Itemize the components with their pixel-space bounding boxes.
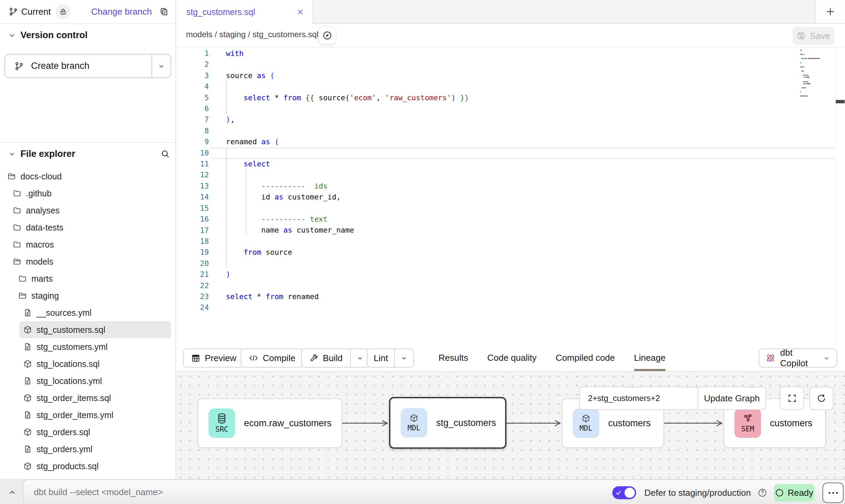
code-line-12[interactable] (226, 169, 801, 180)
code-line-3[interactable]: source as ( (226, 70, 801, 81)
code-line-10[interactable] (226, 148, 801, 159)
compile-button[interactable]: Compile (241, 349, 303, 368)
semantic-icon (743, 413, 753, 424)
line-number: 19 (176, 247, 209, 258)
tree-item-data-tests[interactable]: data-tests (9, 219, 171, 236)
tree-item-models[interactable]: models (9, 253, 171, 270)
file-explorer-header[interactable]: File explorer (8, 149, 170, 159)
version-control-header[interactable]: Version control (8, 30, 88, 41)
copilot-icon (765, 353, 776, 363)
code-line-4[interactable] (226, 81, 801, 92)
lineage-graph[interactable]: SRCecom.raw_customersMDLstg_customersMDL… (176, 372, 845, 479)
create-branch-button[interactable]: Create branch (4, 54, 171, 78)
tree-item-marts[interactable]: marts (14, 270, 171, 287)
pane-tab-code-quality[interactable]: Code quality (487, 344, 537, 371)
preview-button[interactable]: Preview (183, 349, 244, 368)
code-line-1[interactable]: with (226, 48, 801, 59)
code-line-21[interactable]: ) (226, 269, 801, 280)
code-line-17[interactable]: name as customer_name (226, 225, 801, 236)
dbt-copilot-button[interactable]: dbt Copilot (759, 349, 837, 368)
docs-explore-button[interactable] (318, 27, 336, 44)
lineage-selector-input[interactable]: 2+stg_customers+2 (580, 387, 698, 409)
build-dropdown[interactable] (351, 349, 369, 367)
file-tree: docs-cloud.githubanalysesdata-testsmacro… (0, 168, 175, 475)
lineage-node-stg-customers[interactable]: MDLstg_customers (389, 397, 506, 449)
tree-item-stg-customers-yml[interactable]: stg_customers.yml (19, 338, 171, 355)
lint-dropdown[interactable] (395, 349, 413, 367)
code-line-8[interactable] (226, 125, 801, 136)
lint-button[interactable]: Lint (367, 349, 414, 368)
code-line-20[interactable] (226, 258, 801, 269)
help-icon[interactable] (758, 488, 767, 498)
search-icon[interactable] (161, 149, 170, 159)
copy-icon[interactable] (159, 7, 169, 16)
pane-tab-results[interactable]: Results (439, 344, 468, 371)
ready-status-button[interactable]: Ready (774, 484, 814, 502)
line-number: 14 (176, 192, 209, 203)
tree-item--github[interactable]: .github (9, 185, 171, 202)
code-line-22[interactable] (226, 280, 801, 291)
tree-item--sources-yml[interactable]: __sources.yml (19, 304, 171, 321)
tree-item-label: data-tests (26, 223, 63, 233)
tree-item-docs-cloud[interactable]: docs-cloud (3, 168, 171, 185)
create-branch-dropdown[interactable] (152, 55, 171, 77)
fullscreen-button[interactable] (780, 387, 804, 410)
folder-open-icon (18, 291, 27, 300)
code-line-24[interactable] (226, 302, 801, 313)
expand-command-bar-button[interactable] (5, 486, 19, 499)
code-line-11[interactable]: select (226, 159, 801, 169)
code-line-2[interactable] (226, 59, 801, 70)
tree-item-staging[interactable]: staging (14, 287, 171, 304)
refresh-icon (817, 394, 826, 403)
cube-icon (582, 414, 590, 423)
tree-item-stg-locations-sql[interactable]: stg_locations.sql (19, 355, 171, 372)
lineage-node-ecom-raw-customers[interactable]: SRCecom.raw_customers (198, 398, 342, 448)
code-line-9[interactable]: renamed as ( (226, 136, 801, 147)
code-line-13[interactable]: ---------- ids (226, 181, 801, 192)
code-line-15[interactable] (226, 203, 801, 213)
refresh-button[interactable] (810, 387, 833, 410)
cube-icon (23, 325, 32, 334)
tree-item-label: .github (26, 189, 52, 198)
command-input[interactable]: dbt build --select <model_name> (34, 487, 163, 498)
pane-tab-lineage[interactable]: Lineage (634, 344, 666, 371)
defer-toggle[interactable] (612, 486, 636, 499)
command-input-panel[interactable]: dbt build --select <model_name> Defer to… (23, 479, 845, 504)
change-branch-link[interactable]: Change branch (91, 6, 152, 17)
code-line-6[interactable] (226, 103, 801, 114)
minimap[interactable] (800, 50, 834, 101)
tab-stg-customers-sql[interactable]: stg_customers.sql (176, 0, 313, 24)
cube-icon (410, 414, 418, 423)
tree-item-macros[interactable]: macros (9, 236, 171, 253)
tree-item-stg-locations-yml[interactable]: stg_locations.yml (19, 372, 171, 389)
code-line-14[interactable]: id as customer_id, (226, 192, 801, 203)
line-number: 20 (176, 258, 209, 269)
file-icon (23, 376, 32, 385)
line-number: 15 (176, 203, 209, 214)
code-content[interactable]: withsource as ( select * from {{ source(… (226, 48, 801, 313)
code-line-23[interactable]: select * from renamed (226, 291, 801, 302)
more-options-button[interactable] (822, 483, 844, 503)
pane-tab-compiled-code[interactable]: Compiled code (556, 344, 615, 371)
scrollbar-thumb[interactable] (836, 100, 845, 103)
create-branch-label: Create branch (31, 61, 89, 71)
code-line-5[interactable]: select * from {{ source('ecom', 'raw_cus… (226, 92, 801, 103)
tree-item-analyses[interactable]: analyses (9, 202, 171, 219)
code-editor[interactable]: 123456789101112131415161718192021222324 … (176, 47, 845, 344)
code-line-7[interactable]: ), (226, 114, 801, 125)
build-label: Build (323, 353, 343, 364)
code-line-16[interactable]: ---------- text (226, 214, 801, 225)
code-line-19[interactable]: from source (226, 247, 801, 258)
tree-item-stg-products-sql[interactable]: stg_products.sql (19, 458, 171, 475)
code-line-18[interactable] (226, 236, 801, 247)
tree-item-stg-orders-sql[interactable]: stg_orders.sql (19, 424, 171, 441)
tree-item-stg-orders-yml[interactable]: stg_orders.yml (19, 441, 171, 458)
save-button[interactable]: Save (793, 27, 834, 45)
build-button[interactable]: Build (301, 349, 370, 368)
tree-item-stg-customers-sql[interactable]: stg_customers.sql (19, 321, 171, 338)
tree-item-stg-order-items-yml[interactable]: stg_order_items.yml (19, 406, 171, 424)
close-icon[interactable] (296, 8, 304, 16)
new-tab-button[interactable] (815, 0, 845, 23)
update-graph-button[interactable]: Update Graph (698, 387, 765, 409)
tree-item-stg-order-items-sql[interactable]: stg_order_items.sql (19, 389, 171, 406)
